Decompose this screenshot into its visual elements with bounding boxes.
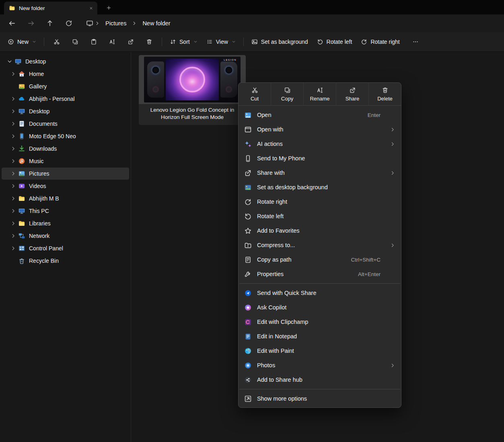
- submenu-chevron-slot: [390, 272, 395, 277]
- new-tab-button[interactable]: [106, 5, 111, 10]
- sidebar-item-control-panel[interactable]: Control Panel: [2, 242, 129, 254]
- tree-chevron-right-icon[interactable]: [9, 121, 17, 127]
- home-icon: [18, 70, 25, 78]
- sidebar-item-this-pc[interactable]: This PC: [2, 205, 129, 217]
- menu-item-edit-in-notepad[interactable]: Edit in Notepad: [241, 329, 399, 344]
- back-button[interactable]: [4, 16, 20, 31]
- menu-item-edit-with-paint[interactable]: Edit with Paint: [241, 344, 399, 358]
- share-hub-icon: [244, 376, 252, 384]
- more-options-button[interactable]: [407, 35, 424, 49]
- quick-action-rename[interactable]: Rename: [303, 83, 336, 105]
- quick-action-share[interactable]: Share: [336, 83, 368, 105]
- sort-button[interactable]: Sort: [165, 35, 202, 49]
- chevron-down-icon: [232, 40, 236, 44]
- explorer-tab[interactable]: New folder: [4, 2, 97, 14]
- delete-button[interactable]: [140, 35, 158, 49]
- sidebar-item-pictures[interactable]: Pictures: [2, 168, 129, 180]
- cut-button[interactable]: [47, 35, 66, 49]
- menu-item-send-with-quick-share[interactable]: Send with Quick Share: [241, 286, 399, 300]
- menu-item-show-more-options[interactable]: Show more options: [241, 391, 399, 406]
- tree-chevron-right-icon[interactable]: [9, 158, 17, 164]
- sidebar-item-documents[interactable]: Documents: [2, 118, 129, 130]
- menu-item-compress-to[interactable]: Compress to...: [241, 238, 399, 252]
- sidebar-item-network[interactable]: Network: [2, 230, 129, 242]
- menu-item-share-with[interactable]: Share with: [241, 166, 399, 180]
- sidebar-item-videos[interactable]: Videos: [2, 180, 129, 192]
- new-button[interactable]: New: [3, 35, 41, 49]
- menu-item-properties[interactable]: PropertiesAlt+Enter: [241, 267, 399, 281]
- view-button[interactable]: View: [202, 35, 240, 49]
- sidebar-item-gallery[interactable]: Gallery: [2, 80, 129, 92]
- menu-item-add-to-share-hub[interactable]: Add to Share hub: [241, 372, 399, 387]
- sidebar-item-recycle-bin[interactable]: Recycle Bin: [2, 255, 129, 267]
- sidebar-item-home[interactable]: Home: [2, 68, 129, 80]
- sidebar-item-desktop[interactable]: Desktop: [2, 55, 129, 68]
- sidebar-item-moto-edge-50-neo[interactable]: Moto Edge 50 Neo: [2, 130, 129, 142]
- sidebar-item-music[interactable]: Music: [2, 155, 129, 167]
- tree-chevron-right-icon[interactable]: [9, 96, 17, 102]
- menu-item-add-to-favorites[interactable]: Add to Favorites: [241, 223, 399, 238]
- sidebar-item-label: This PC: [29, 208, 49, 214]
- file-name: Lenovo Legion Go Fold Concept in Horizon…: [139, 104, 246, 125]
- share-button[interactable]: [121, 35, 140, 49]
- rotate-left-button[interactable]: Rotate left: [313, 35, 357, 49]
- rotate-right-button[interactable]: Rotate right: [356, 35, 404, 49]
- breadcrumb-item-pictures[interactable]: Pictures: [101, 18, 130, 28]
- menu-item-open-with[interactable]: Open with: [241, 122, 399, 137]
- tree-chevron-down-icon[interactable]: [6, 58, 14, 65]
- tree-chevron-right-icon[interactable]: [9, 245, 17, 252]
- set-as-background-button[interactable]: Set as background: [247, 35, 313, 49]
- copy-button[interactable]: [66, 35, 84, 49]
- paste-button[interactable]: [84, 35, 103, 49]
- tree-chevron-right-icon[interactable]: [9, 233, 17, 239]
- quick-action-delete[interactable]: Delete: [368, 83, 401, 105]
- quick-action-label: Cut: [251, 96, 259, 102]
- breadcrumb-item-new-folder[interactable]: New folder: [138, 18, 174, 28]
- menu-item-edit-with-clipchamp[interactable]: Edit with Clipchamp: [241, 315, 399, 329]
- copy-icon: [284, 87, 291, 94]
- wallpaper-line-icon: [251, 39, 258, 45]
- forward-button[interactable]: [23, 16, 39, 31]
- tree-chevron-right-icon[interactable]: [9, 133, 17, 139]
- tree-chevron-right-icon[interactable]: [9, 195, 17, 202]
- tree-chevron-right-icon[interactable]: [9, 183, 17, 189]
- set-as-background-label: Set as background: [261, 39, 308, 45]
- file-tile[interactable]: LEGION Lenovo Legion Go Fold Concept in …: [139, 55, 246, 125]
- sidebar-item-abhijith-personal[interactable]: Abhijith - Personal: [2, 93, 129, 105]
- menu-item-photos[interactable]: Photos: [241, 358, 399, 372]
- menu-item-rotate-right[interactable]: Rotate right: [241, 194, 399, 209]
- submenu-chevron-slot: [390, 113, 395, 118]
- sidebar-item-libraries[interactable]: Libraries: [2, 217, 129, 229]
- sidebar: DesktopHomeGalleryAbhijith - PersonalDes…: [0, 52, 131, 442]
- rotate-right-icon: [361, 39, 367, 45]
- tree-chevron-right-icon[interactable]: [9, 208, 17, 214]
- favorite-star-icon: [244, 227, 252, 235]
- tab-close-icon[interactable]: [89, 6, 93, 10]
- quick-action-cut[interactable]: Cut: [239, 83, 271, 105]
- refresh-button[interactable]: [61, 16, 77, 31]
- new-button-label: New: [17, 39, 29, 45]
- rename-button[interactable]: [103, 35, 121, 49]
- tree-chevron-right-icon[interactable]: [9, 145, 17, 152]
- menu-item-send-to-my-phone[interactable]: Send to My Phone: [241, 151, 399, 166]
- quick-action-copy[interactable]: Copy: [271, 83, 303, 105]
- menu-item-label: Photos: [257, 362, 385, 368]
- menu-item-open[interactable]: OpenEnter: [241, 108, 399, 122]
- menu-item-ask-copilot[interactable]: Ask Copilot: [241, 300, 399, 315]
- sidebar-item-desktop[interactable]: Desktop: [2, 105, 129, 117]
- menu-item-set-as-desktop-background[interactable]: Set as desktop background: [241, 180, 399, 194]
- tree-chevron-right-icon[interactable]: [9, 71, 17, 77]
- properties-icon: [244, 270, 252, 278]
- menu-item-copy-as-path[interactable]: Copy as pathCtrl+Shift+C: [241, 252, 399, 267]
- tree-chevron-right-icon[interactable]: [9, 108, 17, 115]
- menu-item-rotate-left[interactable]: Rotate left: [241, 209, 399, 223]
- up-button[interactable]: [42, 16, 58, 31]
- sidebar-item-abhijith-m-b[interactable]: Abhijith M B: [2, 192, 129, 205]
- sidebar-item-label: Control Panel: [29, 245, 63, 252]
- tree-chevron-right-icon[interactable]: [9, 170, 17, 177]
- toolbar-divider: [44, 37, 44, 46]
- sidebar-item-downloads[interactable]: Downloads: [2, 143, 129, 155]
- tree-chevron-right-icon[interactable]: [9, 220, 17, 227]
- menu-item-ai-actions[interactable]: AI actions: [241, 137, 399, 151]
- toolbar-action-buttons: Set as backgroundRotate leftRotate right: [247, 35, 404, 49]
